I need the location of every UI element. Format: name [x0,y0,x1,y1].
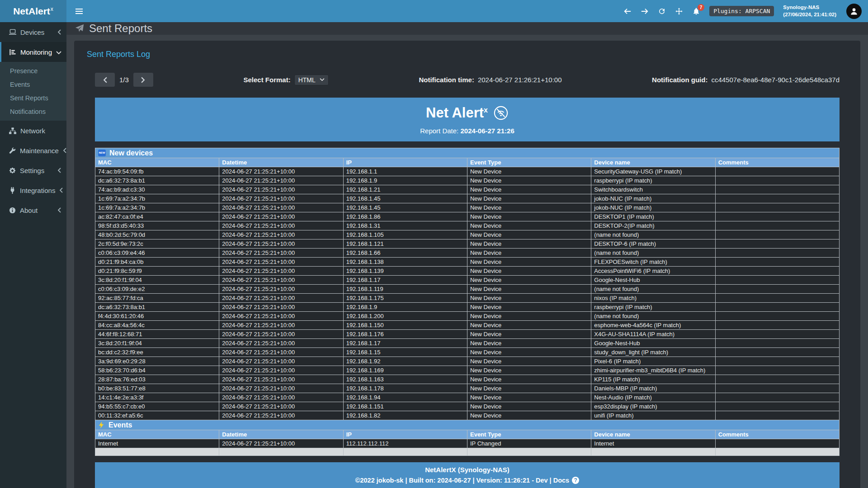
mac-link[interactable]: 48:b0:2d:5c:79:0d [95,230,219,239]
sidebar-item-devices[interactable]: Devices [0,22,66,42]
mac-link[interactable]: 28:87:ba:76:ed:03 [95,375,219,384]
mac-link[interactable]: 74:ac:b9:54:09:fb [95,167,219,176]
chevron-left-icon [59,187,63,194]
netalertx-logo-icon [493,105,509,121]
table-cell [715,176,839,185]
move-arrows-icon[interactable] [675,7,683,15]
table-cell [343,448,467,456]
table-cell: New Device [467,348,591,357]
mac-link[interactable]: 14:c1:4e:2e:a3:3f [95,393,219,402]
table-cell: New Device [467,411,591,420]
sidebar-item-maintenance[interactable]: Maintenance [0,141,66,160]
section-band: Events [95,420,840,430]
report-table: NEWNew devicesMACDatetimeIPEvent TypeDev… [95,148,840,456]
table-cell: 192.168.1.17 [343,339,467,348]
sidebar-toggle-icon[interactable] [73,4,88,19]
notifications-bell-icon[interactable]: 7 [692,7,700,15]
mac-link[interactable]: 3c:8d:20:f1:9f:04 [95,276,219,285]
table-cell: 192.168.1.175 [343,294,467,303]
user-avatar[interactable] [846,4,862,19]
table-cell [715,239,839,249]
mac-link[interactable]: 92:ac:85:77:fd:ca [95,294,219,303]
refresh-icon[interactable] [658,7,666,15]
prev-page-button[interactable] [95,73,115,87]
sidebar-item-events[interactable]: Events [0,78,66,91]
table-row: 3a:9d:69:e0:29:282024-06-27 21:25:21+10:… [95,357,840,366]
host-name: Synology-NAS [783,5,819,10]
table-row: 28:87:ba:76:ed:032024-06-27 21:25:21+10:… [95,375,840,384]
table-cell: 192.168.1.92 [343,357,467,366]
mac-link[interactable]: 3c:8d:20:f1:9f:04 [95,339,219,348]
table-cell: X4G-AU-SHA1114A (IP match) [591,330,715,339]
column-header: Device name [591,430,715,439]
mac-link[interactable]: 44:6f:f8:12:68:71 [95,330,219,339]
empty-row [95,448,840,456]
mac-link[interactable]: 1c:69:7a:a2:34:7b [95,203,219,212]
table-row: 3c:8d:20:f1:9f:042024-06-27 21:25:21+10:… [95,339,840,348]
table-cell: 192.168.1.17 [343,276,467,285]
table-row: c0:06:c3:09:de:e22024-06-27 21:25:21+10:… [95,285,840,294]
sidebar-item-label: Settings [20,167,44,174]
table-row: 3c:8d:20:f1:9f:042024-06-27 21:25:21+10:… [95,276,840,285]
sidebar-item-label: Notifications [10,108,46,115]
section-heading-link[interactable]: Sent Reports Log [87,50,860,59]
mac-link[interactable]: c0:06:c3:09:de:e2 [95,285,219,294]
table-cell: Internet [95,439,219,448]
table-cell: New Device [467,294,591,303]
mac-link[interactable]: 58:b6:23:70:d6:b4 [95,366,219,375]
table-cell: Nest-Audio (IP match) [591,393,715,402]
app-logo[interactable]: NetAlertx [0,0,66,22]
table-cell: New Device [467,212,591,221]
format-select[interactable]: HTML [294,75,329,85]
sidebar-item-sent-reports[interactable]: Sent Reports [0,91,66,105]
mac-link[interactable]: 2c:f0:5d:9e:73:2c [95,239,219,249]
mac-link[interactable]: ac:82:47:ca:0f:e4 [95,212,219,221]
sidebar-item-label: Monitoring [20,48,52,56]
table-cell: study_down_light (IP match) [591,348,715,357]
table-cell: 192.168.1.163 [343,375,467,384]
mac-link[interactable]: d0:21:f9:8c:59:f9 [95,267,219,276]
mac-link[interactable]: bc:dd:c2:32:f9:ee [95,348,219,357]
mac-link[interactable]: 1c:69:7a:a2:34:7b [95,194,219,203]
mac-link[interactable]: f4:4d:30:61:20:46 [95,312,219,321]
forward-arrow-icon[interactable] [641,7,649,15]
back-arrow-icon[interactable] [623,7,632,15]
question-circle-icon[interactable]: ? [572,477,579,484]
mac-link[interactable]: dc:a6:32:73:8a:b1 [95,176,219,185]
mac-link[interactable]: 3a:9d:69:e0:29:28 [95,357,219,366]
monitoring-submenu: Presence Events Sent Reports Notificatio… [0,62,66,121]
mac-link[interactable]: dc:a6:32:73:8a:b1 [95,303,219,312]
section-title: Events [108,422,132,428]
report-preview: Net Alertx Report Date: 2024-06-27 21:26 [95,98,840,488]
table-cell: 192.168.1.9 [343,176,467,185]
sidebar-item-monitoring[interactable]: Monitoring [0,42,66,62]
mac-link[interactable]: 74:ac:b9:ad:c3:30 [95,185,219,194]
table-cell: 192.168.1.176 [343,330,467,339]
mac-link[interactable]: 98:5f:d3:d5:40:33 [95,221,219,230]
table-cell: New Device [467,176,591,185]
table-cell: New Device [467,285,591,294]
sidebar-item-about[interactable]: About [0,200,66,220]
table-cell [715,267,839,276]
sidebar-item-integrations[interactable]: Integrations [0,180,66,200]
mac-link[interactable]: 00:11:32:ef:a5:6c [95,411,219,420]
mac-link[interactable]: d0:21:f9:b4:ca:0b [95,258,219,267]
mac-link[interactable]: c0:06:c3:09:e4:46 [95,249,219,258]
table-cell: 2024-06-27 21:25:21+10:00 [219,249,343,258]
table-cell: 2024-06-27 21:25:21+10:00 [219,366,343,375]
sidebar-item-presence[interactable]: Presence [0,64,66,78]
next-page-button[interactable] [133,73,153,87]
table-cell: nixos (IP match) [591,294,715,303]
table-cell: 192.168.1.151 [343,402,467,411]
column-header: Comments [715,430,839,439]
mac-link[interactable]: b0:be:83:51:77:e8 [95,384,219,393]
sidebar-item-settings[interactable]: Settings [0,160,66,180]
table-row: 2c:f0:5d:9e:73:2c2024-06-27 21:25:21+10:… [95,239,840,249]
table-row: Internet2024-06-27 21:25:21+10:00112.112… [95,439,840,448]
mac-link[interactable]: 94:b5:55:c7:cb:e0 [95,402,219,411]
sidebar-item-network[interactable]: Network [0,121,66,141]
top-navbar: NetAlertx 7 Plugins: ARPSCAN Synology-NA [0,0,868,22]
table-row: dc:a6:32:73:8a:b12024-06-27 21:25:21+10:… [95,176,840,185]
sidebar-item-notifications[interactable]: Notifications [0,105,66,118]
mac-link[interactable]: 84:cc:a8:4a:56:4c [95,321,219,330]
